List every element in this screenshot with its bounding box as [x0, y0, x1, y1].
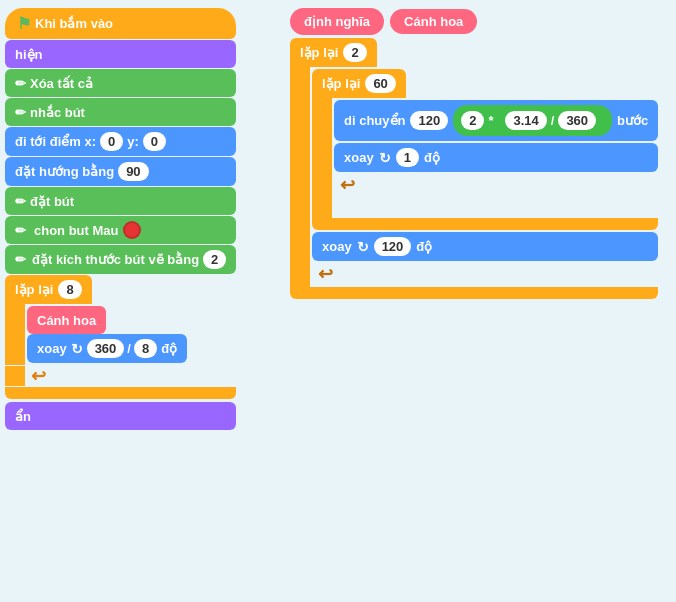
- dat-huong-bang-block[interactable]: đặt hướng bằng 90: [5, 157, 236, 186]
- lap-lai-2-cblock: lặp lại 2 lặp lại 60: [290, 38, 658, 299]
- lap-lai-2-header[interactable]: lặp lại 2: [290, 38, 377, 67]
- lap-lai-60-content: di chuyển 120 2 * 3.14 /: [332, 98, 658, 218]
- xoay-1-val[interactable]: 1: [396, 148, 419, 167]
- lap-lai-60-left-bar: [312, 98, 332, 218]
- lap-lai-60-inner-row: di chuyển 120 2 * 3.14 /: [312, 98, 658, 218]
- xoay-2-rot: ↻: [357, 239, 369, 255]
- canh-hoa-label-block[interactable]: Cánh hoa: [390, 9, 477, 34]
- lap-lai-2-inner-row: lặp lại 60 di chuyển 120: [290, 67, 658, 287]
- pencil-icon-2: ✏: [15, 105, 26, 120]
- curved-arrow-2-row: ↩: [312, 263, 658, 285]
- lap-lai-2-footer: [290, 287, 658, 299]
- workspace: ⚑ Khi bắm vào hiện ✏ Xóa tất cả ✏ nhắc b…: [0, 0, 676, 602]
- xoay-1-label: xoay: [344, 150, 374, 165]
- op-val-314[interactable]: 3.14: [505, 111, 546, 130]
- y-value[interactable]: 0: [143, 132, 166, 151]
- chon-but-mau-label: chon but Mau: [34, 223, 119, 238]
- curved-arrow-2: ↩: [318, 263, 333, 285]
- right-stack: định nghĩa Cánh hoa lặp lại 2 lặp lại: [290, 8, 658, 299]
- xoay-div: /: [127, 341, 131, 356]
- dinh-nghia-block[interactable]: định nghĩa: [290, 8, 384, 35]
- color-swatch[interactable]: [123, 221, 141, 239]
- nhac-but-block[interactable]: ✏ nhắc bút: [5, 98, 236, 126]
- operator-block-2[interactable]: 3.14 / 360: [497, 108, 604, 133]
- curved-arrow-lap: ↩: [25, 365, 52, 387]
- lap-lai-2-label: lặp lại: [300, 45, 338, 60]
- lap-lai-60-footer: [312, 218, 658, 230]
- lap-lai-8-header[interactable]: lặp lại 8: [5, 275, 92, 304]
- op-mul-1: *: [488, 113, 493, 128]
- op-val-inner1[interactable]: 2: [461, 111, 484, 130]
- xoa-tat-ca-label: Xóa tất cả: [30, 76, 93, 91]
- lap-lai-2-left-bar: [290, 67, 310, 287]
- xoay-lap-rot: ↻: [71, 341, 83, 357]
- xoay-1-block[interactable]: xoay ↻ 1 độ: [334, 143, 658, 172]
- y-label: y:: [127, 134, 139, 149]
- op-div-1: /: [551, 113, 555, 128]
- xoay-lap-label: xoay: [37, 341, 67, 356]
- xoa-tat-ca-block[interactable]: ✏ Xóa tất cả: [5, 69, 236, 97]
- huong-value[interactable]: 90: [118, 162, 148, 181]
- canh-hoa-inner-block[interactable]: Cánh hoa: [27, 306, 106, 334]
- xoay-2-do: độ: [416, 239, 432, 254]
- dat-but-block[interactable]: ✏ đặt bút: [5, 187, 236, 215]
- hien-block[interactable]: hiện: [5, 40, 236, 68]
- xoay-1-do: độ: [424, 150, 440, 165]
- op-val-360[interactable]: 360: [558, 111, 596, 130]
- canh-hoa-inner-label: Cánh hoa: [37, 313, 96, 328]
- pencil-icon-4: ✏: [15, 223, 26, 238]
- dat-kich-thuoc-block[interactable]: ✏ đặt kích thước bút vẽ bằng 2: [5, 245, 236, 274]
- lap-lai-60-header[interactable]: lặp lại 60: [312, 69, 406, 98]
- flag-icon: ⚑: [17, 14, 31, 33]
- di-chuyen-suffix: bước: [617, 113, 648, 128]
- di-toi-diem-block[interactable]: đi tới điểm x: 0 y: 0: [5, 127, 236, 156]
- di-chuyen-block[interactable]: di chuyển 120 2 * 3.14 /: [334, 100, 658, 141]
- x-value[interactable]: 0: [100, 132, 123, 151]
- pencil-icon-3: ✏: [15, 194, 26, 209]
- hat-block[interactable]: ⚑ Khi bắm vào: [5, 8, 236, 39]
- xoay-2-label: xoay: [322, 239, 352, 254]
- chon-but-mau-block[interactable]: ✏ chon but Mau: [5, 216, 236, 244]
- lap-lai-8-footer: [5, 387, 236, 399]
- dat-kich-thuoc-label: đặt kích thước bút vẽ bằng: [32, 252, 199, 267]
- lap-lai-2-val[interactable]: 2: [343, 43, 366, 62]
- left-stack: ⚑ Khi bắm vào hiện ✏ Xóa tất cả ✏ nhắc b…: [5, 8, 236, 430]
- xoay-val2[interactable]: 8: [134, 339, 157, 358]
- canh-hoa-right-label: Cánh hoa: [404, 14, 463, 29]
- pencil-icon-5: ✏: [15, 252, 26, 267]
- di-chuyen-val1[interactable]: 120: [410, 111, 448, 130]
- lap-lai-8-val[interactable]: 8: [58, 280, 81, 299]
- lap-lai-60-cblock: lặp lại 60 di chuyển 120: [312, 69, 658, 230]
- lap-lai-60-label: lặp lại: [322, 76, 360, 91]
- hien-label: hiện: [15, 47, 43, 62]
- operator-block-1[interactable]: 2 * 3.14 / 360: [453, 105, 612, 136]
- dinh-nghia-hat[interactable]: định nghĩa Cánh hoa: [290, 8, 658, 35]
- hat-label: Khi bắm vào: [35, 16, 113, 31]
- lap-lai-60-val[interactable]: 60: [365, 74, 395, 93]
- an-block[interactable]: ẩn: [5, 402, 236, 430]
- xoay-lap-block[interactable]: xoay ↻ 360 / 8 độ: [27, 334, 187, 363]
- xoay-val1[interactable]: 360: [87, 339, 125, 358]
- xoay-1-rot: ↻: [379, 150, 391, 166]
- dat-huong-label: đặt hướng bằng: [15, 164, 114, 179]
- dat-but-label: đặt bút: [30, 194, 74, 209]
- an-label: ẩn: [15, 409, 31, 424]
- di-toi-label: đi tới điểm x:: [15, 134, 96, 149]
- xoay-2-block[interactable]: xoay ↻ 120 độ: [312, 232, 658, 261]
- pencil-icon-1: ✏: [15, 76, 26, 91]
- dinh-nghia-label: định nghĩa: [304, 14, 370, 29]
- lap-lai-2-content: lặp lại 60 di chuyển 120: [310, 67, 658, 287]
- curved-arrow-1: ↩: [340, 174, 355, 196]
- xoay-2-val[interactable]: 120: [374, 237, 412, 256]
- lap-lai-8-label: lặp lại: [15, 282, 53, 297]
- di-chuyen-label: di chuyển: [344, 113, 405, 128]
- kich-thuoc-value[interactable]: 2: [203, 250, 226, 269]
- nhac-but-label: nhắc bút: [30, 105, 85, 120]
- lap-lai-8-cblock: lặp lại 8 Cánh hoa xoay ↻: [5, 275, 236, 399]
- curved-arrow-1-row: ↩: [334, 174, 658, 196]
- xoay-do: độ: [161, 341, 177, 356]
